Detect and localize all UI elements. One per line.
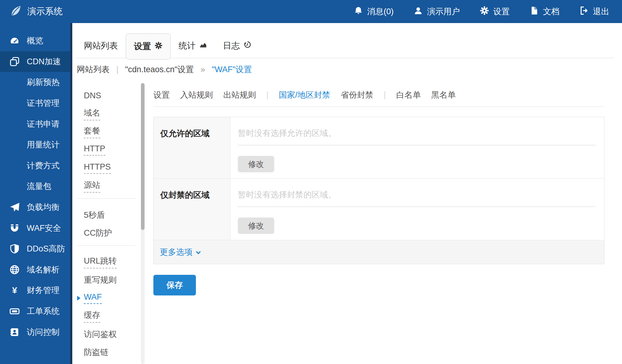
subnav-item-origin[interactable]: 源站 bbox=[72, 177, 141, 195]
subnav-divider bbox=[77, 198, 135, 199]
waf-tab-province-block[interactable]: 省份封禁 bbox=[341, 89, 374, 100]
subnav-item-dns[interactable]: DNS bbox=[72, 87, 141, 105]
breadcrumb: 网站列表 | "cdn.teaos.cn"设置 » "WAF"设置 bbox=[77, 61, 252, 78]
settings-subnav: DNS 域名 套餐 HTTP HTTPS 源站 5秒盾 CC防护 URL跳转 重… bbox=[72, 87, 141, 361]
sidebar-item-load-balance[interactable]: 负载均衡 bbox=[0, 197, 70, 218]
shield-icon bbox=[9, 244, 20, 254]
field-underline bbox=[238, 145, 596, 145]
tab-stats[interactable]: 统计 bbox=[171, 33, 215, 58]
brand-logo[interactable]: 演示系统 bbox=[10, 5, 63, 18]
allowed-regions-row: 仅允许的区域 暂时没有选择允许的区域。 修改 bbox=[154, 117, 604, 179]
sidebar-item-waf-security[interactable]: WAF安全 bbox=[0, 217, 70, 238]
copy-icon bbox=[9, 56, 20, 67]
subnav-item-cc-protect[interactable]: CC防护 bbox=[72, 224, 141, 242]
topnav-user-label: 演示用户 bbox=[427, 6, 460, 17]
waf-panel: 设置 入站规则 出站规则 | 国家/地区封禁 省份封禁 | 白名单 黑名单 仅允… bbox=[153, 83, 604, 295]
subnav-item-cache[interactable]: 缓存 bbox=[72, 307, 141, 325]
gauge-icon bbox=[9, 35, 20, 46]
waf-tab-country-block[interactable]: 国家/地区封禁 bbox=[279, 89, 330, 100]
tab-site-list[interactable]: 网站列表 bbox=[76, 33, 126, 58]
topnav-settings-label: 设置 bbox=[493, 6, 510, 17]
gear-icon bbox=[155, 42, 162, 52]
subnav-item-rewrite[interactable]: 重写规则 bbox=[72, 271, 141, 289]
blocked-regions-row: 仅封禁的区域 暂时没有选择封禁的区域。 修改 bbox=[154, 179, 604, 240]
subnav-scrollbar-track bbox=[141, 83, 145, 364]
waf-tab-settings[interactable]: 设置 bbox=[153, 89, 170, 100]
topnav-messages-label: 消息(0) bbox=[367, 6, 394, 17]
id-card-icon bbox=[9, 327, 20, 337]
topnav-docs-label: 文档 bbox=[543, 6, 559, 17]
topnav-user[interactable]: 演示用户 bbox=[414, 6, 460, 17]
breadcrumb-separator: | bbox=[116, 65, 118, 74]
document-icon bbox=[530, 6, 539, 17]
user-icon bbox=[414, 6, 423, 17]
blocked-regions-label: 仅封禁的区域 bbox=[154, 179, 231, 240]
subnav-item-plan[interactable]: 套餐 bbox=[72, 123, 141, 141]
waf-tab-whitelist[interactable]: 白名单 bbox=[396, 89, 421, 100]
sidebar-item-dns-resolve[interactable]: 域名解析 bbox=[0, 259, 70, 280]
sidebar-item-cdn[interactable]: CDN加速 bbox=[0, 51, 70, 72]
area-chart-icon bbox=[199, 41, 207, 51]
subnav-item-5s-shield[interactable]: 5秒盾 bbox=[72, 206, 141, 224]
magnet-icon bbox=[9, 223, 20, 233]
subnav-item-domain[interactable]: 域名 bbox=[72, 105, 141, 123]
waf-tab-separator: | bbox=[384, 90, 386, 99]
blocked-regions-placeholder: 暂时没有选择封禁的区域。 bbox=[238, 190, 596, 200]
sidebar-item-cert-manage[interactable]: 证书管理 bbox=[0, 93, 70, 114]
ticket-icon bbox=[9, 306, 20, 316]
subnav-item-waf[interactable]: WAF bbox=[72, 289, 141, 307]
subnav-item-auth[interactable]: 访问鉴权 bbox=[72, 325, 141, 343]
breadcrumb-site-settings[interactable]: "cdn.teaos.cn"设置 bbox=[125, 64, 194, 75]
history-icon bbox=[244, 41, 251, 51]
waf-tab-inbound[interactable]: 入站规则 bbox=[180, 89, 213, 100]
waf-tab-outbound[interactable]: 出站规则 bbox=[223, 89, 256, 100]
sidebar-item-traffic-pack[interactable]: 流量包 bbox=[0, 176, 70, 197]
bell-icon bbox=[354, 6, 363, 17]
sidebar-item-cert-apply[interactable]: 证书申请 bbox=[0, 113, 70, 134]
modify-blocked-button[interactable]: 修改 bbox=[238, 217, 274, 234]
sidebar-item-overview[interactable]: 概览 bbox=[0, 30, 70, 51]
breadcrumb-current[interactable]: "WAF"设置 bbox=[212, 64, 252, 75]
sidebar-item-finance[interactable]: ¥ 财务管理 bbox=[0, 280, 70, 301]
yen-icon: ¥ bbox=[9, 285, 20, 295]
sidebar-item-billing[interactable]: 计费方式 bbox=[0, 155, 70, 176]
breadcrumb-separator-chevron: » bbox=[200, 65, 205, 74]
save-button[interactable]: 保存 bbox=[153, 275, 196, 295]
sidebar: 概览 CDN加速 刷新预热 证书管理 证书申请 用量统计 计费方式 流量包 负载… bbox=[0, 23, 72, 364]
tab-settings[interactable]: 设置 bbox=[126, 33, 171, 59]
allowed-regions-label: 仅允许的区域 bbox=[154, 117, 231, 178]
region-block-form: 仅允许的区域 暂时没有选择允许的区域。 修改 仅封禁的区域 暂时没有选择封禁的区… bbox=[153, 117, 604, 264]
subnav-item-url-redirect[interactable]: URL跳转 bbox=[72, 253, 141, 271]
sidebar-item-ddos[interactable]: DDoS高防 bbox=[0, 238, 70, 259]
modify-allowed-button[interactable]: 修改 bbox=[238, 156, 274, 172]
tab-logs[interactable]: 日志 bbox=[215, 33, 259, 58]
topnav-settings[interactable]: 设置 bbox=[480, 6, 510, 17]
topnav-messages[interactable]: 消息(0) bbox=[354, 6, 394, 17]
subnav-item-http[interactable]: HTTP bbox=[72, 141, 141, 159]
sidebar-item-label: 概览 bbox=[27, 35, 43, 46]
subnav-item-https[interactable]: HTTPS bbox=[72, 159, 141, 177]
subnav-scrollbar-thumb[interactable] bbox=[141, 83, 145, 230]
leaf-icon bbox=[10, 5, 21, 18]
sidebar-item-refresh-preheat[interactable]: 刷新预热 bbox=[0, 72, 70, 93]
chevron-down-icon bbox=[196, 248, 201, 257]
paper-plane-icon bbox=[9, 202, 20, 212]
sidebar-item-usage-stats[interactable]: 用量统计 bbox=[0, 134, 70, 155]
subnav-item-hotlink[interactable]: 防盗链 bbox=[72, 343, 141, 362]
topnav-logout[interactable]: 退出 bbox=[579, 6, 609, 17]
top-nav: 消息(0) 演示用户 设置 文档 bbox=[334, 6, 609, 17]
globe-icon bbox=[9, 265, 20, 275]
sidebar-item-label: CDN加速 bbox=[27, 56, 61, 67]
form-footer: 更多选项 bbox=[154, 240, 604, 264]
topnav-docs[interactable]: 文档 bbox=[530, 6, 559, 17]
app-root: 演示系统 消息(0) 演示用户 设置 bbox=[0, 0, 622, 364]
gear-icon bbox=[480, 6, 489, 17]
waf-tab-blacklist[interactable]: 黑名单 bbox=[431, 89, 456, 100]
brand-title: 演示系统 bbox=[27, 5, 63, 18]
more-options-toggle[interactable]: 更多选项 bbox=[160, 247, 201, 258]
topnav-logout-label: 退出 bbox=[593, 6, 609, 17]
sidebar-item-tickets[interactable]: 工单系统 bbox=[0, 301, 70, 322]
breadcrumb-site-list[interactable]: 网站列表 bbox=[77, 64, 110, 75]
sidebar-item-access-control[interactable]: 访问控制 bbox=[0, 322, 70, 342]
allowed-regions-placeholder: 暂时没有选择允许的区域。 bbox=[238, 128, 596, 138]
